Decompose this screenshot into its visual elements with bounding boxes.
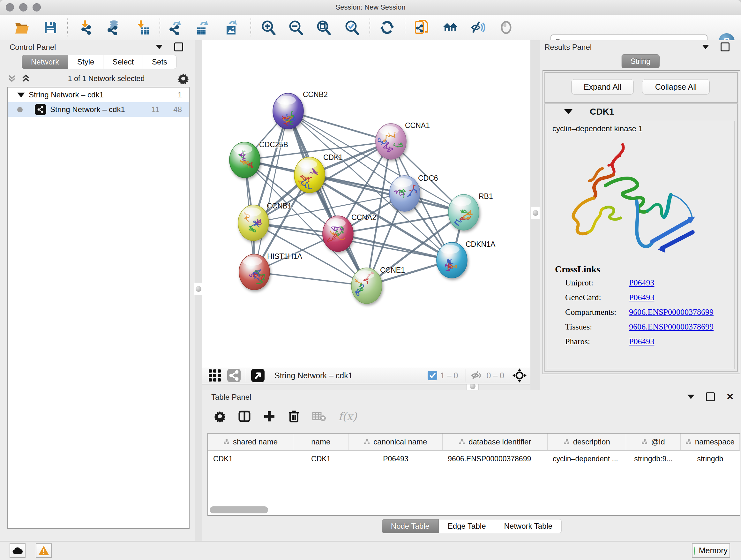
network-node-CCNA2[interactable]: CCNA2 — [323, 213, 376, 252]
network-node-CDC6[interactable]: CDC6 — [389, 174, 438, 211]
network-node-CDC25B[interactable]: CDC25B — [229, 140, 288, 178]
network-row[interactable]: String Network – cdk1 11 48 — [8, 102, 189, 117]
right-splitter-handle[interactable] — [531, 207, 540, 219]
collapse-icon[interactable] — [17, 92, 25, 98]
highlight-button[interactable] — [498, 20, 514, 35]
left-splitter-handle[interactable] — [194, 283, 203, 295]
tab-network[interactable]: Network — [22, 55, 68, 69]
network-view-title: String Network – cdk1 — [274, 371, 353, 380]
warnings-button[interactable] — [36, 543, 52, 558]
export-network-button[interactable] — [167, 20, 183, 35]
float-panel-icon[interactable] — [721, 43, 730, 51]
tab-network-table[interactable]: Network Table — [495, 519, 562, 533]
homes-button[interactable] — [443, 20, 458, 35]
float-panel-icon[interactable] — [174, 43, 183, 51]
network-node-HIST1H1A[interactable]: HIST1H1A — [239, 252, 302, 290]
network-edge[interactable] — [254, 272, 367, 286]
table-tabs: Node TableEdge TableNetwork Table — [202, 519, 741, 533]
crosslink-link[interactable]: P06493 — [629, 337, 654, 347]
network-canvas[interactable]: CCNB2CCNA1CDC25BCDK1CDC6RB1CCNB1CCNA2CDK… — [202, 40, 530, 367]
column-header-canonical-name[interactable]: canonical name — [348, 434, 443, 450]
float-panel-icon[interactable] — [706, 392, 715, 401]
tab-edge-table[interactable]: Edge Table — [439, 519, 495, 533]
column-header-description[interactable]: description — [548, 434, 626, 450]
tab-sets[interactable]: Sets — [143, 55, 177, 69]
crosslink-link[interactable]: 9606.ENSP00000378699 — [629, 322, 714, 332]
zoom-selected-button[interactable] — [344, 20, 359, 35]
import-network-database-button[interactable] — [106, 20, 121, 35]
cloud-icon — [12, 547, 23, 555]
export-image-button[interactable] — [223, 20, 239, 35]
results-scroll-area: Expand All Collapse All CDK1 cyclin–depe… — [542, 70, 740, 374]
save-session-button[interactable] — [43, 20, 58, 35]
app-window: Session: New Session — [0, 0, 741, 560]
crosslink-link[interactable]: 9606.ENSP00000378699 — [629, 307, 714, 317]
gene-entry-header[interactable]: CDK1 — [545, 104, 737, 119]
table-cell: P06493 — [348, 455, 443, 463]
network-collection-row[interactable]: String Network – cdk1 1 — [8, 87, 189, 102]
network-node-CCNE1[interactable]: CCNE1 — [351, 266, 405, 304]
string-import-button[interactable] — [414, 20, 429, 35]
panel-menu-icon[interactable] — [156, 45, 163, 49]
create-column-icon[interactable] — [263, 410, 276, 423]
network-node-CCNB2[interactable]: CCNB2 — [273, 90, 328, 129]
selected-checkbox[interactable] — [428, 371, 437, 380]
expand-all-icon[interactable] — [21, 74, 30, 83]
expand-all-button[interactable]: Expand All — [571, 79, 634, 95]
table-settings-gear-icon[interactable] — [214, 410, 226, 422]
column-header-shared-name[interactable]: shared name — [208, 434, 293, 450]
zoom-out-button[interactable] — [288, 20, 303, 35]
column-header-@id[interactable]: @id — [626, 434, 680, 450]
network-node-CDKN1A[interactable]: CDKN1A — [436, 240, 495, 278]
panel-menu-icon[interactable] — [702, 45, 709, 49]
refresh-button[interactable] — [380, 20, 395, 35]
tab-string[interactable]: String — [621, 54, 660, 68]
protein-structure-image — [557, 139, 717, 260]
cloud-button[interactable] — [10, 543, 25, 558]
network-edge[interactable] — [338, 234, 452, 260]
grid-view-icon[interactable] — [207, 368, 222, 383]
gear-icon[interactable] — [178, 73, 189, 84]
delete-column-icon[interactable] — [288, 410, 300, 423]
zoom-fit-button[interactable] — [316, 20, 331, 35]
import-table-button[interactable] — [135, 20, 150, 35]
import-network-file-button[interactable] — [79, 20, 94, 35]
horizontal-scrollbar[interactable] — [210, 506, 268, 513]
crosslink-link[interactable]: P06493 — [629, 293, 654, 302]
hide-unhide-button[interactable] — [471, 20, 486, 35]
collapse-all-icon[interactable] — [7, 74, 17, 83]
network-node-RB1[interactable]: RB1 — [448, 192, 493, 230]
share-view-icon[interactable] — [226, 368, 241, 383]
column-header-database-identifier[interactable]: database identifier — [443, 434, 548, 450]
open-session-button[interactable] — [14, 20, 29, 35]
network-state-dot — [17, 107, 23, 112]
detach-view-icon[interactable] — [251, 368, 265, 383]
tab-node-table[interactable]: Node Table — [382, 519, 439, 533]
crosslink-link[interactable]: P06493 — [629, 278, 654, 288]
tab-select[interactable]: Select — [104, 55, 143, 69]
status-bar: Memory — [0, 541, 741, 560]
close-panel-icon[interactable]: ✕ — [726, 393, 734, 400]
column-header-name[interactable]: name — [293, 434, 348, 450]
node-label: HIST1H1A — [267, 252, 302, 260]
zoom-in-button[interactable] — [260, 20, 276, 35]
network-edge[interactable] — [254, 111, 288, 272]
tab-style[interactable]: Style — [68, 55, 104, 69]
memory-button[interactable]: Memory — [692, 543, 730, 558]
collapse-entry-icon[interactable] — [564, 109, 572, 114]
collapse-all-button[interactable]: Collapse All — [642, 79, 710, 95]
table-row[interactable]: CDK1CDK1P064939606.ENSP00000378699cyclin… — [208, 451, 740, 467]
panel-menu-icon[interactable] — [687, 395, 694, 399]
toolbar-divider — [405, 18, 405, 37]
show-columns-icon[interactable] — [238, 410, 251, 423]
hierarchy-icon — [563, 439, 570, 445]
results-panel: Results Panel ✕ String Expand All Collap… — [540, 40, 741, 390]
warning-icon — [39, 546, 49, 555]
export-table-button[interactable] — [195, 20, 210, 35]
column-header-namespace[interactable]: namespace — [681, 434, 740, 450]
birds-eye-icon[interactable] — [512, 368, 527, 383]
network-edge[interactable] — [288, 111, 391, 141]
gene-description: cyclin–dependent kinase 1 — [552, 124, 643, 133]
results-panel-controls: ✕ — [702, 40, 741, 54]
network-node-CDK1[interactable]: CDK1 — [294, 153, 343, 193]
